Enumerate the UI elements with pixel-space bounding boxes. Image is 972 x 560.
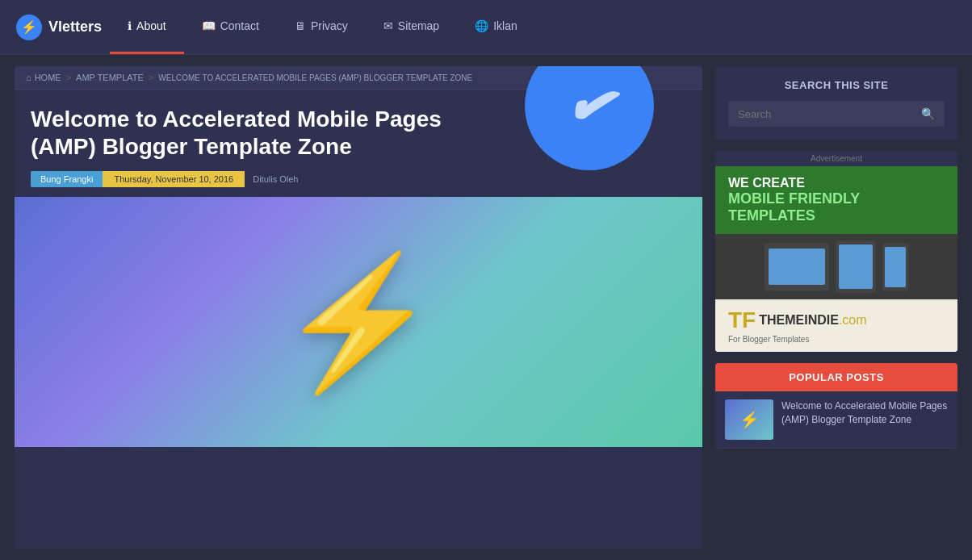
home-icon: ⌂ [26,73,31,82]
ad-bottom: TF THEMEINDIE.com For Blogger Templates [715,299,957,352]
theme-name: THEMEINDIE [759,313,839,327]
popular-posts-box: POPULAR POSTS ⚡ Welcome to Accelerated M… [715,363,957,449]
author-tag: Bung Frangki [31,171,103,187]
breadcrumb-section: AMP TEMPLATE [76,73,144,82]
device-tablet [836,240,876,293]
lightning-icon: ⚡ [278,257,439,387]
search-input-wrap: 🔍 [728,101,945,127]
brand-name: Vletters [48,19,102,36]
theme-logo: TF THEMEINDIE.com [728,307,945,333]
post-meta: Bung Frangki Thursday, November 10, 2016… [31,171,686,187]
ad-top: WE CREATE MOBILE FRIENDLY TEMPLATES [715,166,957,234]
navbar: ⚡ Vletters ℹ About 📖 Contact 🖥 Privacy ✉… [0,0,972,55]
nav-item-sitemap[interactable]: ✉ Sitemap [366,0,457,54]
brand-logo[interactable]: ⚡ Vletters [16,15,102,40]
popular-thumb: ⚡ [725,399,773,440]
ad-text1: WE CREATE [728,176,945,190]
nav-item-privacy[interactable]: 🖥 Privacy [277,0,366,54]
search-button[interactable]: 🔍 [911,101,945,127]
sidebar: SEARCH THIS SITE 🔍 Advertisement WE CREA… [715,66,957,549]
nav-label-sitemap: Sitemap [398,19,439,32]
ad-middle [715,234,957,299]
nav-label-iklan: Iklan [493,19,517,32]
mail-icon: ✉ [383,19,393,32]
device-desktop [765,243,829,291]
popular-posts-header: POPULAR POSTS [715,363,957,391]
popular-post-item[interactable]: ⚡ Welcome to Accelerated Mobile Pages (A… [715,391,957,449]
post-header: ✔ Welcome to Accelerated Mobile Pages (A… [15,90,702,197]
nav-item-iklan[interactable]: 🌐 Iklan [457,0,535,54]
info-icon: ℹ [128,19,132,32]
theme-t-letter: TF [728,307,756,333]
breadcrumb-sep2: > [149,73,153,82]
ditulis-label: Ditulis Oleh [253,174,298,184]
search-input[interactable] [728,102,911,127]
globe-icon: 🌐 [475,19,488,32]
ad-banner: WE CREATE MOBILE FRIENDLY TEMPLATES [715,166,957,352]
nav-items: ℹ About 📖 Contact 🖥 Privacy ✉ Sitemap 🌐 … [110,0,956,54]
breadcrumb-current: WELCOME TO ACCELERATED MOBILE PAGES (AMP… [158,73,472,82]
breadcrumb-home: HOME [35,73,61,82]
popular-post-text: Welcome to Accelerated Mobile Pages (AMP… [781,399,948,440]
monitor-icon: 🖥 [295,19,306,32]
post-title: Welcome to Accelerated Mobile Pages (AMP… [31,106,499,160]
nav-item-contact[interactable]: 📖 Contact [184,0,277,54]
nav-label-privacy: Privacy [311,19,348,32]
theme-tld: .com [839,313,867,327]
search-title: SEARCH THIS SITE [728,79,945,91]
date-tag: Thursday, November 10, 2016 [103,171,245,187]
hero-image: ⚡ [15,197,702,447]
main-container: ⌂ HOME > AMP TEMPLATE > WELCOME TO ACCEL… [0,55,972,560]
ad-label: Advertisement [715,151,957,166]
theme-sub: For Blogger Templates [728,335,945,344]
circle-logo-overlay: ✔ [525,66,654,170]
breadcrumb-sep1: > [66,73,71,82]
ad-text2: MOBILE FRIENDLY TEMPLATES [728,190,945,224]
nav-label-about: About [136,19,166,32]
nav-label-contact: Contact [220,19,259,32]
device-phone [882,243,908,291]
content-area: ⌂ HOME > AMP TEMPLATE > WELCOME TO ACCEL… [15,66,702,549]
search-box: SEARCH THIS SITE 🔍 [715,66,957,140]
book-icon: 📖 [202,19,216,32]
brand-icon: ⚡ [16,15,42,40]
advertisement-box: Advertisement WE CREATE MOBILE FRIENDLY … [715,151,957,352]
nav-item-about[interactable]: ℹ About [110,0,184,54]
